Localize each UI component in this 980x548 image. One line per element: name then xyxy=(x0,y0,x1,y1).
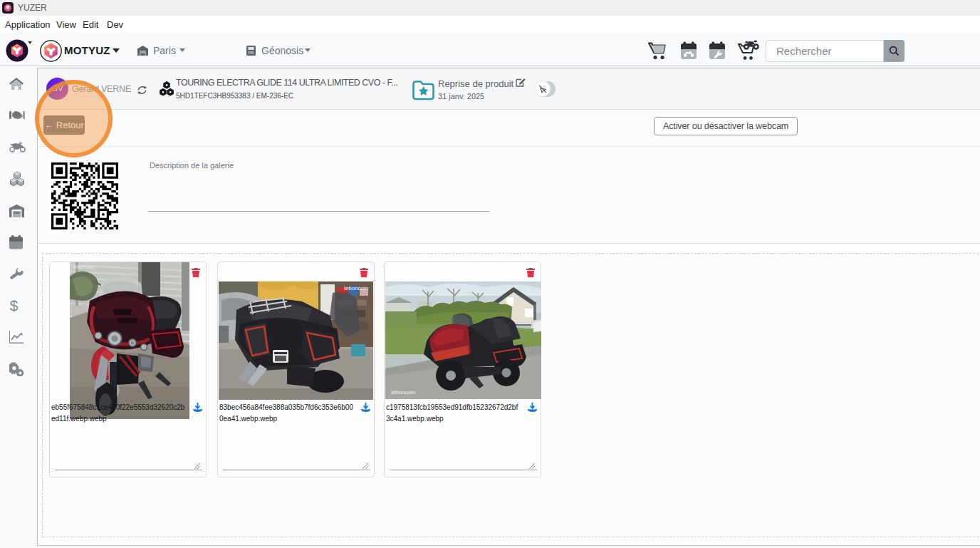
svg-text:leboncoin: leboncoin xyxy=(391,389,415,396)
svg-text:leboncoin: leboncoin xyxy=(344,285,368,291)
svg-text:leboncoin: leboncoin xyxy=(73,264,94,269)
svg-text:$: $ xyxy=(10,298,19,314)
